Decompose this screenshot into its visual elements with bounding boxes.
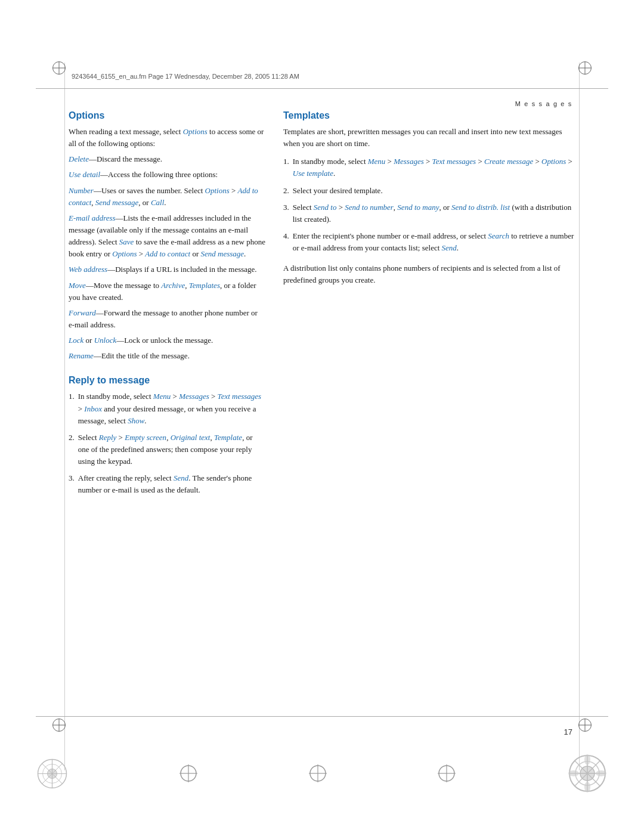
bottom-rule bbox=[36, 716, 608, 717]
main-content: Options When reading a text message, sel… bbox=[69, 110, 575, 708]
option-number: Number—Uses or saves the number. Select … bbox=[69, 185, 265, 209]
svg-point-26 bbox=[596, 770, 606, 776]
option-email: E-mail address—Lists the e-mail addresse… bbox=[69, 212, 265, 261]
templates-intro: Templates are short, prewritten messages… bbox=[283, 126, 575, 150]
bottom-deco-center bbox=[309, 764, 327, 782]
reg-mark-bottom-center-left-icon bbox=[179, 764, 197, 782]
snowflake-right-icon bbox=[566, 753, 608, 794]
reg-mark-bottom-right bbox=[578, 719, 592, 732]
option-rename: Rename—Edit the title of the message. bbox=[69, 350, 265, 362]
template-step-1: 1. In standby mode, select Menu > Messag… bbox=[283, 156, 575, 179]
option-forward: Forward—Forward the message to another p… bbox=[69, 307, 265, 331]
svg-point-23 bbox=[584, 754, 590, 765]
bottom-decorations bbox=[36, 738, 608, 809]
page-container: 9243644_6155_en_au.fm Page 17 Wednesday,… bbox=[0, 0, 644, 833]
options-title: Options bbox=[69, 110, 265, 121]
svg-point-24 bbox=[584, 782, 590, 792]
template-step-4: 4. Enter the recipient's phone number or… bbox=[283, 230, 575, 254]
options-link: Options bbox=[183, 127, 208, 136]
svg-point-25 bbox=[568, 770, 579, 776]
template-step-2: 2. Select your desired template. bbox=[283, 185, 575, 197]
option-delete: Delete—Discard the message. bbox=[69, 153, 265, 165]
templates-section: Templates Templates are short, prewritte… bbox=[283, 110, 575, 287]
templates-list: 1. In standby mode, select Menu > Messag… bbox=[283, 156, 575, 254]
file-info: 9243644_6155_en_au.fm Page 17 Wednesday,… bbox=[72, 73, 299, 80]
reg-mark-top-left bbox=[52, 61, 66, 75]
templates-title: Templates bbox=[283, 110, 575, 121]
reply-section: Reply to message 1. In standby mode, sel… bbox=[69, 375, 265, 496]
margin-line-right bbox=[579, 63, 580, 770]
right-column: Templates Templates are short, prewritte… bbox=[283, 110, 575, 708]
option-lock: Lock or Unlock—Lock or unlock the messag… bbox=[69, 335, 265, 346]
left-column: Options When reading a text message, sel… bbox=[69, 110, 265, 708]
reg-mark-bottom-left bbox=[52, 719, 66, 732]
options-intro: When reading a text message, select Opti… bbox=[69, 126, 265, 150]
reply-step-1: 1. In standby mode, select Menu > Messag… bbox=[69, 391, 265, 426]
margin-line-left bbox=[64, 63, 65, 770]
reply-step-3: 3. After creating the reply, select Send… bbox=[69, 472, 265, 496]
bottom-deco-left bbox=[36, 757, 69, 790]
templates-footer: A distribution list only contains phone … bbox=[283, 262, 575, 286]
snowflake-left-icon bbox=[36, 757, 69, 790]
reply-list: 1. In standby mode, select Menu > Messag… bbox=[69, 391, 265, 496]
option-move: Move—Move the message to Archive, Templa… bbox=[69, 280, 265, 304]
option-web: Web address—Displays if a URL is include… bbox=[69, 264, 265, 275]
reply-title: Reply to message bbox=[69, 375, 265, 386]
bottom-deco-center-right bbox=[438, 764, 456, 782]
page-number: 17 bbox=[564, 727, 572, 736]
bottom-deco-center-left bbox=[179, 764, 197, 782]
section-header: M e s s a g e s bbox=[515, 100, 572, 107]
reply-step-2: 2. Select Reply > Empty screen, Original… bbox=[69, 432, 265, 467]
reg-mark-bottom-center-icon bbox=[309, 764, 327, 782]
top-rule bbox=[36, 88, 608, 89]
reg-mark-top-right bbox=[578, 61, 592, 75]
option-use-detail: Use detail—Access the following three op… bbox=[69, 169, 265, 181]
options-section: Options When reading a text message, sel… bbox=[69, 110, 265, 362]
reg-mark-bottom-center-right-icon bbox=[438, 764, 456, 782]
bottom-deco-right bbox=[566, 753, 608, 794]
template-step-3: 3. Select Send to > Send to number, Send… bbox=[283, 202, 575, 225]
